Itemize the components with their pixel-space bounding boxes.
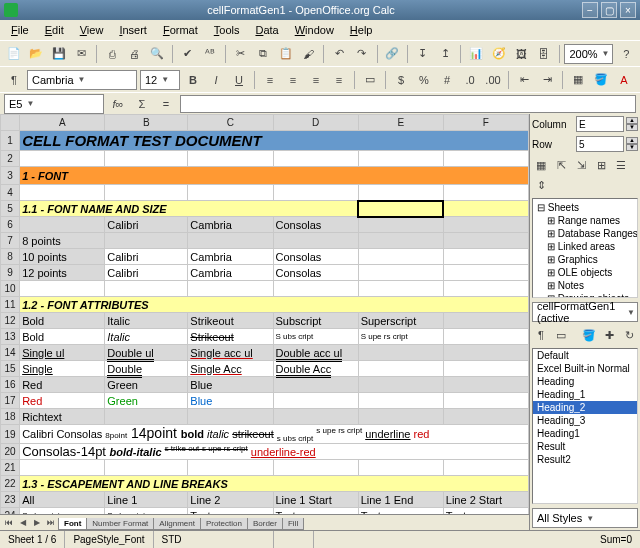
style-item[interactable]: Heading_2 xyxy=(533,401,637,414)
zoom-combo[interactable]: 200%▼ xyxy=(564,44,613,64)
currency-icon[interactable]: $ xyxy=(391,70,411,90)
menu-window[interactable]: Window xyxy=(288,22,341,38)
open-icon[interactable]: 📂 xyxy=(27,44,47,64)
tree-item[interactable]: ⊞ Linked areas xyxy=(535,240,635,253)
menu-format[interactable]: Format xyxy=(156,22,205,38)
menu-help[interactable]: Help xyxy=(343,22,380,38)
sheet-tab[interactable]: Border xyxy=(247,518,283,530)
tree-item[interactable]: ⊞ Graphics xyxy=(535,253,635,266)
cell-styles-icon[interactable]: ▭ xyxy=(552,326,570,344)
spreadsheet-grid[interactable]: ABCDEF 1CELL FORMAT TEST DOCUMENT 2 31 -… xyxy=(0,114,529,514)
bold-icon[interactable]: B xyxy=(183,70,203,90)
nav-end-icon[interactable]: ⇲ xyxy=(572,156,590,174)
font-name-combo[interactable]: Cambria▼ xyxy=(27,70,137,90)
nav-row-input[interactable] xyxy=(576,136,624,152)
formula-input[interactable] xyxy=(180,95,636,113)
navigator-doc-combo[interactable]: cellFormatGen1 (active▼ xyxy=(532,302,638,322)
redo-icon[interactable]: ↷ xyxy=(352,44,372,64)
datasources-icon[interactable]: 🗄 xyxy=(534,44,554,64)
tab-next-icon[interactable]: ▶ xyxy=(30,518,44,527)
dec-dec-icon[interactable]: .00 xyxy=(483,70,503,90)
percent-icon[interactable]: % xyxy=(414,70,434,90)
indent-inc-icon[interactable]: ⇥ xyxy=(537,70,557,90)
active-cell[interactable] xyxy=(358,201,443,217)
email-icon[interactable]: ✉ xyxy=(72,44,92,64)
style-item[interactable]: Heading1 xyxy=(533,427,637,440)
italic-icon[interactable]: I xyxy=(206,70,226,90)
align-justify-icon[interactable]: ≡ xyxy=(329,70,349,90)
tab-prev-icon[interactable]: ◀ xyxy=(16,518,30,527)
spell-icon[interactable]: ✔ xyxy=(178,44,198,64)
navigator-icon[interactable]: 🧭 xyxy=(489,44,509,64)
brush-icon[interactable]: 🖌 xyxy=(299,44,319,64)
styles-list[interactable]: DefaultExcel Built-in NormalHeadingHeadi… xyxy=(532,348,638,504)
new-style-icon[interactable]: ✚ xyxy=(600,326,618,344)
copy-icon[interactable]: ⧉ xyxy=(254,44,274,64)
sum-icon[interactable]: Σ xyxy=(132,94,152,114)
link-icon[interactable]: 🔗 xyxy=(383,44,403,64)
style-item[interactable]: Heading_1 xyxy=(533,388,637,401)
align-left-icon[interactable]: ≡ xyxy=(260,70,280,90)
print-icon[interactable]: 🖨 xyxy=(125,44,145,64)
tab-first-icon[interactable]: ⏮ xyxy=(2,518,16,527)
sheet-tab[interactable]: Number Format xyxy=(86,518,154,530)
align-right-icon[interactable]: ≡ xyxy=(306,70,326,90)
border-icon[interactable]: ▦ xyxy=(568,70,588,90)
tree-item[interactable]: ⊟ Sheets xyxy=(535,201,635,214)
sheet-tab[interactable]: Fill xyxy=(282,518,304,530)
help-icon[interactable]: ? xyxy=(616,44,636,64)
menu-insert[interactable]: Insert xyxy=(112,22,154,38)
bgcolor-icon[interactable]: 🪣 xyxy=(591,70,611,90)
menu-data[interactable]: Data xyxy=(248,22,285,38)
style-item[interactable]: Heading_3 xyxy=(533,414,637,427)
menu-file[interactable]: File xyxy=(4,22,36,38)
dec-inc-icon[interactable]: .0 xyxy=(460,70,480,90)
tree-item[interactable]: ⊞ Database Ranges xyxy=(535,227,635,240)
cut-icon[interactable]: ✂ xyxy=(231,44,251,64)
style-item[interactable]: Result xyxy=(533,440,637,453)
maximize-button[interactable]: ▢ xyxy=(601,2,617,18)
nav-toggle-icon[interactable]: ⊞ xyxy=(592,156,610,174)
sheet-tab[interactable]: Protection xyxy=(200,518,248,530)
merge-icon[interactable]: ▭ xyxy=(360,70,380,90)
close-button[interactable]: × xyxy=(620,2,636,18)
style-item[interactable]: Result2 xyxy=(533,453,637,466)
fontcolor-icon[interactable]: A xyxy=(614,70,634,90)
fx-icon[interactable]: f∞ xyxy=(108,94,128,114)
preview-icon[interactable]: 🔍 xyxy=(147,44,167,64)
align-center-icon[interactable]: ≡ xyxy=(283,70,303,90)
sheet-tab[interactable]: Alignment xyxy=(153,518,201,530)
font-size-combo[interactable]: 12▼ xyxy=(140,70,180,90)
nav-column-input[interactable] xyxy=(576,116,624,132)
tree-item[interactable]: ⊞ Notes xyxy=(535,279,635,292)
save-icon[interactable]: 💾 xyxy=(49,44,69,64)
style-item[interactable]: Heading xyxy=(533,375,637,388)
style-item[interactable]: Default xyxy=(533,349,637,362)
sheet-tab[interactable]: Font xyxy=(58,518,87,530)
pdf-icon[interactable]: ⎙ xyxy=(102,44,122,64)
menu-view[interactable]: View xyxy=(73,22,111,38)
new-doc-icon[interactable]: 📄 xyxy=(4,44,24,64)
fill-format-icon[interactable]: 🪣 xyxy=(580,326,598,344)
name-box[interactable]: E5▼ xyxy=(4,94,104,114)
tree-item[interactable]: ⊞ OLE objects xyxy=(535,266,635,279)
sort-desc-icon[interactable]: ↥ xyxy=(436,44,456,64)
navigator-tree[interactable]: ⊟ Sheets⊞ Range names⊞ Database Ranges⊞ … xyxy=(532,198,638,298)
nav-start-icon[interactable]: ⇱ xyxy=(552,156,570,174)
styles-icon[interactable]: ¶ xyxy=(4,70,24,90)
tree-item[interactable]: ⊞ Drawing objects xyxy=(535,292,635,298)
undo-icon[interactable]: ↶ xyxy=(329,44,349,64)
number-icon[interactable]: # xyxy=(437,70,457,90)
tab-last-icon[interactable]: ⏭ xyxy=(44,518,58,527)
nav-dragmode-icon[interactable]: ⇕ xyxy=(532,176,550,194)
indent-dec-icon[interactable]: ⇤ xyxy=(514,70,534,90)
nav-data-icon[interactable]: ▦ xyxy=(532,156,550,174)
tree-item[interactable]: ⊞ Range names xyxy=(535,214,635,227)
autospell-icon[interactable]: ᴬᴮ xyxy=(201,44,221,64)
status-sum[interactable]: Sum=0 xyxy=(314,531,640,548)
equals-icon[interactable]: = xyxy=(156,94,176,114)
chart-icon[interactable]: 📊 xyxy=(466,44,486,64)
menu-tools[interactable]: Tools xyxy=(207,22,247,38)
underline-icon[interactable]: U xyxy=(229,70,249,90)
sort-asc-icon[interactable]: ↧ xyxy=(413,44,433,64)
